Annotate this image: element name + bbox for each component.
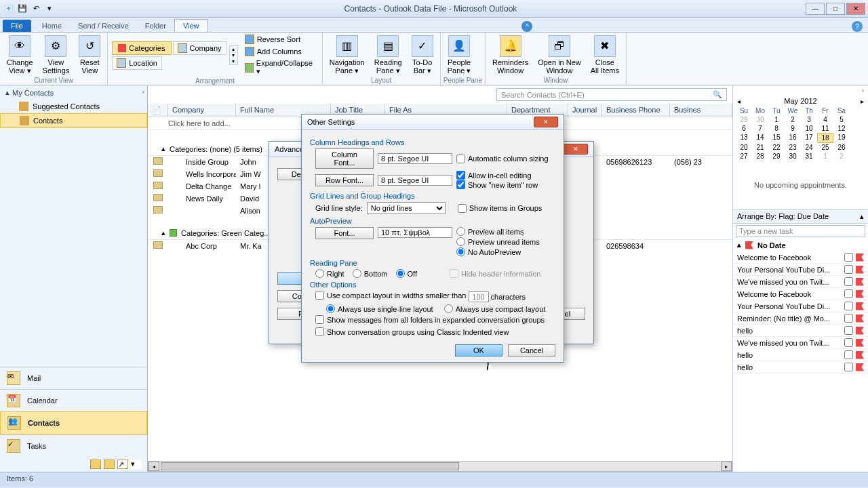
task-arrange-by[interactable]: Arrange By: Flag: Due Date▴ <box>733 209 868 224</box>
task-item[interactable]: We've missed you on Twit... <box>733 276 868 288</box>
outlook-icon[interactable]: 📧 <box>3 3 15 15</box>
gallery-up-icon[interactable]: ▴ <box>230 46 237 52</box>
open-new-window-button[interactable]: 🗗Open in New Window <box>534 34 585 76</box>
cal-next-icon[interactable]: ▸ <box>861 98 864 105</box>
show-msgs-checkbox[interactable]: Show messages from all folders in expand… <box>315 315 545 324</box>
task-item[interactable]: hello <box>733 325 868 337</box>
nav-notes-icon[interactable] <box>90 460 101 469</box>
reverse-sort-button[interactable]: Reverse Sort <box>242 34 317 45</box>
no-autopreview-radio[interactable]: No AutoPreview <box>456 247 540 256</box>
task-item[interactable]: Reminder: (No title) @ Mo... <box>733 312 868 325</box>
grid-style-select[interactable]: No grid lines <box>367 202 446 214</box>
task-item[interactable]: Welcome to Facebook <box>733 251 868 264</box>
ap-font-field[interactable] <box>378 227 452 238</box>
always-compact-radio[interactable]: Always use compact layout <box>444 304 546 313</box>
col-business-phone[interactable]: Business Phone <box>602 104 670 117</box>
undo-icon[interactable]: ↶ <box>30 3 42 15</box>
row-font-button[interactable]: Row Font... <box>315 174 374 186</box>
rp-bottom-radio[interactable]: Bottom <box>353 269 388 278</box>
categories-filter[interactable]: Categories <box>112 41 171 55</box>
auto-col-sizing-checkbox[interactable]: Automatic column sizing <box>456 155 549 163</box>
nav-my-contacts[interactable]: ▴ My Contacts <box>0 85 147 100</box>
show-groups-checkbox[interactable]: Show items in Groups <box>458 204 542 213</box>
col-company[interactable]: Company <box>168 104 236 117</box>
tab-file[interactable]: File <box>3 20 31 32</box>
preview-all-radio[interactable]: Preview all items <box>456 227 540 236</box>
nav-contacts-main[interactable]: 👥Contacts <box>0 411 147 434</box>
gallery-more-icon[interactable]: ▾ <box>230 58 237 64</box>
preview-unread-radio[interactable]: Preview unread items <box>456 237 540 246</box>
close-button[interactable]: ✕ <box>846 3 865 15</box>
tab-home[interactable]: Home <box>34 20 70 32</box>
minimize-button[interactable]: — <box>806 3 825 15</box>
rp-off-radio[interactable]: Off <box>396 269 417 278</box>
gallery-down-icon[interactable]: ▾ <box>230 52 237 58</box>
task-item[interactable]: We've missed you on Twit... <box>733 337 868 349</box>
view-settings-button[interactable]: ⚙View Settings <box>39 34 74 76</box>
todo-bar-button[interactable]: ✓To-Do Bar ▾ <box>408 34 437 76</box>
people-pane-button[interactable]: 👤People Pane ▾ <box>443 34 475 76</box>
qat-dropdown-icon[interactable]: ▾ <box>43 3 56 15</box>
always-single-radio[interactable]: Always use single-line layout <box>326 304 433 313</box>
nav-folders-icon[interactable] <box>104 460 115 469</box>
cancel-button[interactable]: Cancel <box>508 344 555 357</box>
search-input[interactable]: Search Contacts (Ctrl+E)🔍 <box>496 88 727 101</box>
reset-view-button[interactable]: ↺Reset View <box>75 34 104 76</box>
content-hscrollbar[interactable]: ◂ ▸ <box>148 461 732 472</box>
save-icon[interactable]: 💾 <box>16 3 28 15</box>
ribbon-minimize-icon[interactable]: ^ <box>521 21 532 32</box>
dialog-close-button[interactable]: ✕ <box>534 117 558 127</box>
reminders-window-button[interactable]: 🔔Reminders Window <box>488 34 532 76</box>
collapse-nav-icon[interactable]: ‹ <box>142 88 144 96</box>
ok-button[interactable]: OK <box>455 344 502 357</box>
column-font-field[interactable] <box>378 153 452 164</box>
nav-mail[interactable]: ✉Mail <box>0 367 147 389</box>
rp-right-radio[interactable]: Right <box>315 269 344 278</box>
task-item[interactable]: Your Personal YouTube Di... <box>733 300 868 312</box>
nav-suggested-contacts[interactable]: Suggested Contacts <box>0 100 147 113</box>
scroll-right-icon[interactable]: ▸ <box>721 462 732 471</box>
task-item[interactable]: hello <box>733 361 868 373</box>
close-all-items-button[interactable]: ✖Close All Items <box>587 34 623 76</box>
add-columns-button[interactable]: Add Columns <box>242 46 317 57</box>
cal-prev-icon[interactable]: ◂ <box>737 98 741 105</box>
tab-view[interactable]: View <box>174 19 208 32</box>
quick-access-toolbar: 📧 💾 ↶ ▾ <box>3 3 56 15</box>
nav-tasks[interactable]: ✓Tasks <box>0 434 147 457</box>
scroll-left-icon[interactable]: ◂ <box>149 462 159 471</box>
allow-incell-checkbox[interactable]: Allow in-cell editing <box>456 171 538 180</box>
new-task-input[interactable]: Type a new task <box>736 225 865 237</box>
show-new-item-checkbox[interactable]: Show "new item" row <box>456 180 538 189</box>
nav-shortcuts-icon[interactable]: ↗ <box>117 460 128 469</box>
adv-close-button[interactable]: ✕ <box>564 144 588 155</box>
ap-font-button[interactable]: Font... <box>315 227 374 239</box>
change-view-button[interactable]: 👁Change View ▾ <box>3 34 37 76</box>
calendar[interactable]: SuMoTuWeThFrSa29301234567891011121314151… <box>733 106 868 161</box>
column-font-button[interactable]: Column Font... <box>315 148 374 169</box>
location-filter[interactable]: Location <box>112 56 162 70</box>
company-filter[interactable]: Company <box>173 41 226 55</box>
reading-pane-button[interactable]: ▤Reading Pane ▾ <box>370 34 406 76</box>
task-item[interactable]: Welcome to Facebook <box>733 288 868 300</box>
navigation-pane-button[interactable]: ▥Navigation Pane ▾ <box>326 34 369 76</box>
task-item[interactable]: Your Personal YouTube Di... <box>733 264 868 276</box>
task-group-no-date[interactable]: ▴ No Date <box>733 239 868 251</box>
col-icon[interactable]: 📄 <box>148 104 168 117</box>
todo-collapse-icon[interactable]: › <box>733 85 868 96</box>
tab-send-receive[interactable]: Send / Receive <box>70 20 137 32</box>
show-conv-checkbox[interactable]: Show conversation groups using Classic I… <box>315 327 509 336</box>
nav-calendar[interactable]: 📅Calendar <box>0 389 147 411</box>
col-journal[interactable]: Journal <box>568 104 602 117</box>
nav-config-icon[interactable]: ▾ <box>131 460 142 469</box>
tab-folder[interactable]: Folder <box>137 20 174 32</box>
nav-contacts[interactable]: Contacts <box>0 113 147 128</box>
hide-header-checkbox[interactable]: Hide header information <box>450 269 540 278</box>
row-font-field[interactable] <box>378 175 452 186</box>
use-compact-checkbox[interactable]: Use compact layout in widths smaller tha… <box>315 291 466 300</box>
help-icon[interactable]: ? <box>852 21 863 32</box>
col-business[interactable]: Busines <box>670 104 732 117</box>
maximize-button[interactable]: □ <box>826 3 845 15</box>
expand-collapse-button[interactable]: Expand/Collapse ▾ <box>242 58 317 77</box>
search-icon[interactable]: 🔍 <box>713 90 722 99</box>
task-item[interactable]: hello <box>733 349 868 361</box>
